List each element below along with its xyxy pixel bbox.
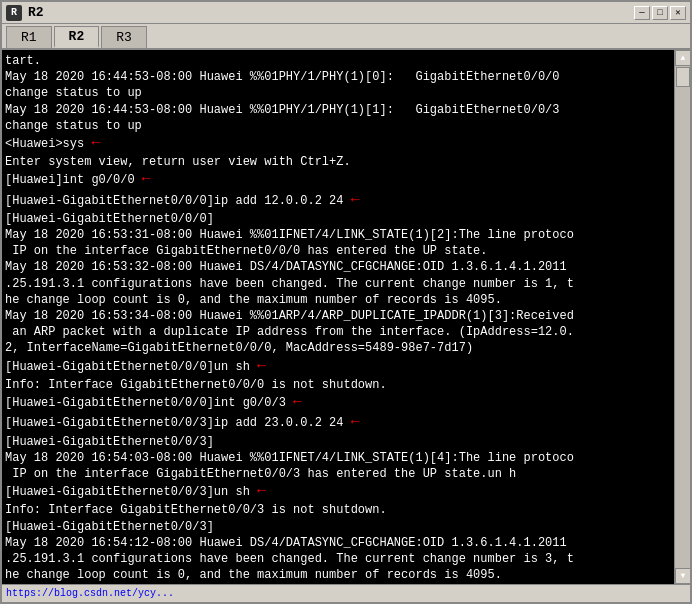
terminal-line: [Huawei-GigabitEthernet0/0/3]ip add 23.0… (5, 413, 672, 433)
title-bar-left: R R2 (6, 5, 44, 21)
terminal-line: Enter system view, return user view with… (5, 154, 672, 170)
terminal-line: change status to up (5, 118, 672, 134)
terminal-line: May 18 2020 16:44:53-08:00 Huawei %%01PH… (5, 69, 672, 85)
terminal-body: tart.May 18 2020 16:44:53-08:00 Huawei %… (2, 50, 690, 584)
terminal-line: May 18 2020 16:53:31-08:00 Huawei %%01IF… (5, 227, 672, 243)
terminal-line: [Huawei-GigabitEthernet0/0/0]int g0/0/3 … (5, 393, 672, 413)
terminal-line: 2, InterfaceName=GigabitEthernet0/0/0, M… (5, 340, 672, 356)
window-title: R2 (28, 5, 44, 20)
terminal-line: change status to up (5, 85, 672, 101)
window-controls: ─ □ ✕ (634, 6, 686, 20)
terminal-line: May 18 2020 16:53:34-08:00 Huawei %%01AR… (5, 308, 672, 324)
tab-r1[interactable]: R1 (6, 26, 52, 48)
scroll-up-button[interactable]: ▲ (675, 50, 690, 66)
terminal-line: an ARP packet with a duplicate IP addres… (5, 324, 672, 340)
scrollbar[interactable]: ▲ ▼ (674, 50, 690, 584)
terminal[interactable]: tart.May 18 2020 16:44:53-08:00 Huawei %… (2, 50, 690, 584)
terminal-line: Info: Interface GigabitEthernet0/0/3 is … (5, 502, 672, 518)
terminal-line: .25.191.3.1 configurations have been cha… (5, 276, 672, 292)
terminal-line: tart. (5, 53, 672, 69)
maximize-button[interactable]: □ (652, 6, 668, 20)
terminal-line: May 18 2020 16:54:12-08:00 Huawei DS/4/D… (5, 535, 672, 551)
terminal-line: Info: Interface GigabitEthernet0/0/0 is … (5, 377, 672, 393)
terminal-line: .25.191.3.1 configurations have been cha… (5, 551, 672, 567)
main-window: R R2 ─ □ ✕ R1 R2 R3 tart.May 18 2020 16:… (0, 0, 692, 604)
terminal-line: [Huawei-GigabitEthernet0/0/3]un sh ← (5, 482, 672, 502)
terminal-line: [Huawei]int g0/0/0 ← (5, 170, 672, 190)
terminal-line: May 18 2020 16:44:53-08:00 Huawei %%01PH… (5, 102, 672, 118)
terminal-line: [Huawei-GigabitEthernet0/0/0]un sh ← (5, 357, 672, 377)
terminal-line: [Huawei-GigabitEthernet0/0/3] (5, 519, 672, 535)
terminal-line: IP on the interface GigabitEthernet0/0/3… (5, 466, 672, 482)
terminal-line: May 18 2020 16:54:03-08:00 Huawei %%01IF… (5, 450, 672, 466)
title-bar: R R2 ─ □ ✕ (2, 2, 690, 24)
terminal-line: IP on the interface GigabitEthernet0/0/0… (5, 243, 672, 259)
scrollbar-thumb[interactable] (676, 67, 690, 87)
close-button[interactable]: ✕ (670, 6, 686, 20)
terminal-line: he change loop count is 0, and the maxim… (5, 567, 672, 583)
tab-r3[interactable]: R3 (101, 26, 147, 48)
status-url: https://blog.csdn.net/ycy... (6, 588, 174, 599)
minimize-button[interactable]: ─ (634, 6, 650, 20)
tab-bar: R1 R2 R3 (2, 24, 690, 50)
terminal-line: May 18 2020 16:53:32-08:00 Huawei DS/4/D… (5, 259, 672, 275)
terminal-line: <Huawei>sys ← (5, 134, 672, 154)
terminal-line: he change loop count is 0, and the maxim… (5, 292, 672, 308)
app-icon: R (6, 5, 22, 21)
status-bar: https://blog.csdn.net/ycy... (2, 584, 690, 602)
terminal-line: [Huawei-GigabitEthernet0/0/0]ip add 12.0… (5, 191, 672, 211)
terminal-line: [Huawei-GigabitEthernet0/0/0] (5, 211, 672, 227)
terminal-line: [Huawei-GigabitEthernet0/0/3] (5, 434, 672, 450)
scroll-down-button[interactable]: ▼ (675, 568, 690, 584)
tab-r2[interactable]: R2 (54, 26, 100, 48)
